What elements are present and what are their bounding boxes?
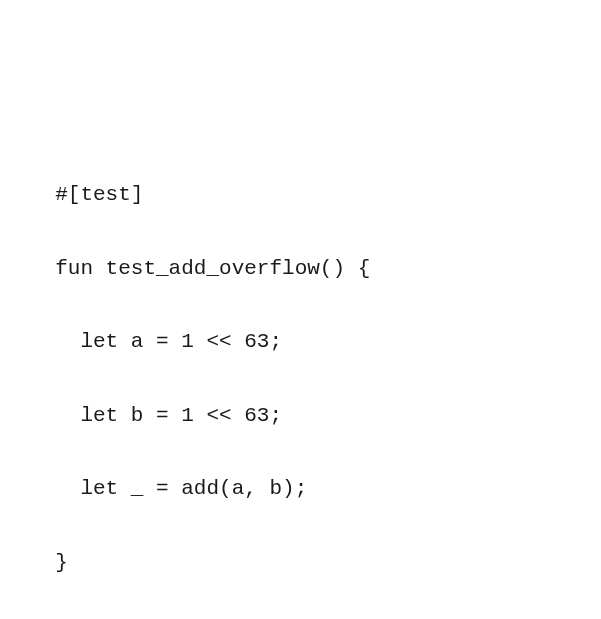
code-line: let _ = add(a, b); — [30, 471, 581, 508]
code-line: let a = 1 << 63; — [30, 324, 581, 361]
code-line: fun test_add_overflow() { — [30, 251, 581, 288]
code-line: } — [30, 545, 581, 582]
code-line: let b = 1 << 63; — [30, 398, 581, 435]
code-block: #[test] fun test_add_overflow() { let a … — [30, 140, 581, 619]
code-line: #[test] — [30, 177, 581, 214]
